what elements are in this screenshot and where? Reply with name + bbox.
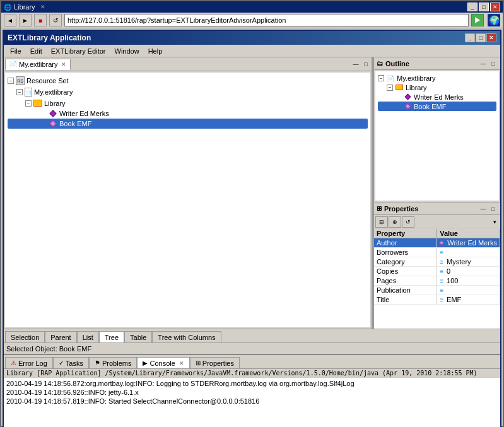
menu-help[interactable]: Help [144, 45, 167, 57]
table-row[interactable]: Title ≡ EMF [374, 295, 500, 305]
browser-icon: 🌐 [4, 4, 11, 11]
tree-row[interactable]: − RS Resource Set [8, 75, 368, 86]
back-button[interactable]: ◄ [4, 14, 16, 26]
app-minimize-button[interactable]: _ [465, 33, 475, 42]
value-cell: ≡ Mystery [437, 257, 500, 267]
value-col-header: Value [437, 229, 500, 238]
tab-label: My.extlibrary [19, 61, 58, 68]
minimize-panel-button[interactable]: — [351, 60, 360, 69]
property-cell: Author [374, 238, 437, 248]
tree-row[interactable]: − 📄 My.extlibrary [8, 86, 368, 98]
my-extlibrary-tab[interactable]: 📄 My.extlibrary ✕ [5, 59, 71, 70]
props-collapse-button[interactable]: ▾ [490, 218, 499, 226]
app-close-button[interactable]: ✕ [486, 33, 496, 42]
tab-parent[interactable]: Parent [45, 331, 76, 342]
expand-myext-icon[interactable]: − [16, 89, 23, 95]
value-cell: ≡ [437, 286, 500, 295]
tree-row[interactable]: Book EMF [8, 119, 368, 129]
maximize-button[interactable]: □ [479, 3, 489, 11]
value-cell: ≡ EMF [437, 295, 500, 305]
browser-title: Library [14, 3, 35, 11]
props-maximize-button[interactable]: □ [489, 204, 498, 213]
app-title-bar: EXTLibrary Application _ □ ✕ [4, 31, 500, 45]
go-icon [475, 17, 480, 23]
outline-title: Outline [385, 60, 409, 67]
tab-selection[interactable]: Selection [5, 331, 45, 342]
menu-edit[interactable]: Edit [26, 45, 46, 57]
table-row[interactable]: Borrowers ≡ [374, 248, 500, 257]
property-col-header: Property [374, 229, 437, 238]
outline-panel: 🗂 Outline — □ − 📄 My.extlib [374, 57, 500, 202]
tab-tree-with-columns[interactable]: Tree with Columns [152, 331, 221, 342]
expand-resource-icon[interactable]: − [8, 78, 14, 84]
console-tab-problems[interactable]: ⚑ Problems [89, 357, 137, 368]
expand-out-myext-icon[interactable]: − [378, 75, 384, 81]
outline-tree-row[interactable]: − 📄 My.extlibrary [378, 74, 496, 83]
console-area: ⚠ Error Log ✓ Tasks ⚑ Problems ▶ Console… [4, 354, 500, 427]
outline-tree-row[interactable]: Book EMF [378, 102, 496, 111]
props-defaults-button[interactable]: ↺ [402, 216, 414, 228]
refresh-button[interactable]: ↺ [49, 14, 62, 26]
out-myext-label: My.extlibrary [397, 74, 436, 82]
menu-file[interactable]: File [6, 45, 25, 57]
copies-value: 0 [447, 267, 450, 275]
url-input[interactable] [64, 14, 469, 26]
outline-tree[interactable]: − 📄 My.extlibrary − Library [375, 71, 500, 201]
properties-title: Properties [384, 205, 418, 213]
console-body[interactable]: 2010-04-19 14:18:56.872:org.mortbay.log:… [4, 378, 500, 427]
console-line: 2010-04-19 14:18:56.872:org.mortbay.log:… [6, 379, 498, 388]
title-list-icon: ≡ [440, 296, 443, 303]
props-categories-button[interactable]: ⊟ [375, 216, 388, 228]
tab-list[interactable]: List [77, 331, 99, 342]
props-minimize-button[interactable]: — [479, 204, 488, 213]
myext-label: My.extlibrary [34, 88, 73, 96]
table-row[interactable]: Copies ≡ 0 [374, 267, 500, 276]
console-tab-close-icon[interactable]: ✕ [179, 360, 184, 366]
table-row[interactable]: Pages ≡ 100 [374, 276, 500, 286]
console-icon: ▶ [143, 360, 148, 366]
problems-icon: ⚑ [95, 360, 100, 366]
expand-library-icon[interactable]: − [25, 100, 32, 107]
table-row[interactable]: Category ≡ Mystery [374, 257, 500, 267]
property-cell: Copies [374, 267, 437, 276]
expand-out-library-icon[interactable]: − [387, 85, 393, 91]
tab-close-icon[interactable]: ✕ [61, 61, 66, 67]
table-row[interactable]: Author Writer Ed Merks [374, 238, 500, 248]
outline-tree-row[interactable]: − Library [378, 83, 496, 92]
title-close-icon[interactable]: ✕ [40, 4, 45, 10]
minimize-button[interactable]: _ [467, 3, 478, 11]
console-line: 2010-04-19 14:18:56.926::INFO: jetty-6.1… [6, 388, 498, 397]
tab-table[interactable]: Table [124, 331, 152, 342]
console-tab-properties[interactable]: ⊞ Properties [190, 357, 240, 368]
outline-header: 🗂 Outline — □ [374, 57, 500, 70]
console-tab-tasks[interactable]: ✓ Tasks [53, 357, 89, 368]
borrowers-list-icon: ≡ [440, 249, 443, 256]
forward-button[interactable]: ► [19, 14, 32, 26]
value-cell: ≡ [437, 248, 500, 257]
console-tabs: ⚠ Error Log ✓ Tasks ⚑ Problems ▶ Console… [4, 355, 500, 369]
menu-window[interactable]: Window [111, 45, 143, 57]
go-button[interactable] [471, 14, 484, 26]
bottom-tabs-area: Selection Parent List Tree Table Tree wi… [4, 329, 500, 342]
right-panel: 🗂 Outline — □ − 📄 My.extlib [374, 57, 500, 329]
outline-maximize-button[interactable]: □ [489, 59, 498, 68]
console-tab-error-log[interactable]: ⚠ Error Log [5, 357, 53, 368]
table-row[interactable]: Publication ≡ [374, 286, 500, 295]
maximize-panel-button[interactable]: □ [361, 60, 370, 69]
close-button[interactable]: ✕ [490, 3, 500, 11]
props-filter-button[interactable]: ⊕ [389, 216, 401, 228]
outline-minimize-button[interactable]: — [479, 59, 488, 68]
value-cell: Writer Ed Merks [437, 238, 500, 248]
app-maximize-button[interactable]: □ [476, 33, 486, 42]
menu-extlibrary-editor[interactable]: EXTLibrary Editor [47, 45, 110, 57]
tab-tree[interactable]: Tree [99, 331, 124, 342]
outline-tree-row[interactable]: Writer Ed Merks [378, 92, 496, 102]
tree-row[interactable]: − Library [8, 98, 368, 108]
value-cell: ≡ 0 [437, 267, 500, 276]
book-emf-label: Book EMF [59, 120, 91, 127]
stop-button[interactable]: ■ [34, 14, 47, 26]
console-tab-console[interactable]: ▶ Console ✕ [137, 357, 189, 368]
tree-row[interactable]: Writer Ed Merks [8, 108, 368, 119]
value-cell: ≡ 100 [437, 276, 500, 286]
left-tree-area[interactable]: − RS Resource Set − 📄 My.extlibrary − [4, 72, 371, 328]
